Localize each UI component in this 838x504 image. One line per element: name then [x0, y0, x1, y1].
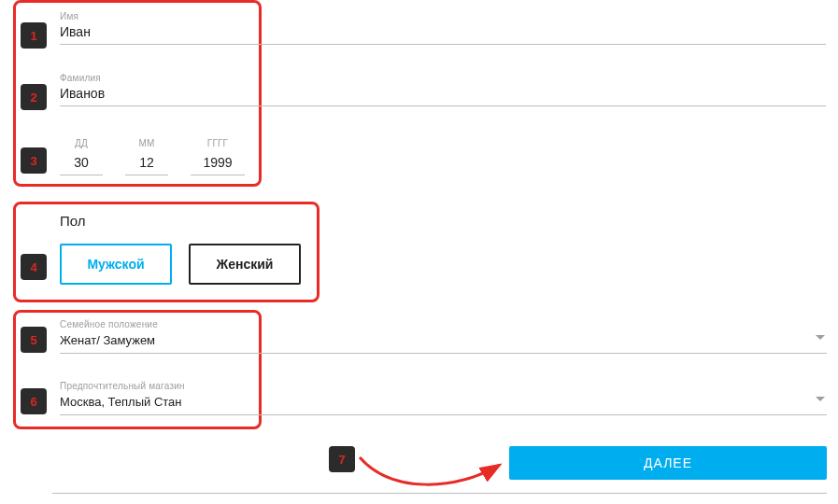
arrow-icon [355, 448, 514, 495]
marker-7-label: 7 [338, 453, 345, 467]
surname-label: Фамилия [60, 73, 826, 83]
marker-3: 3 [21, 147, 47, 174]
gender-female-button[interactable]: Женский [189, 244, 301, 285]
next-button[interactable]: ДАЛЕЕ [509, 446, 827, 480]
dob-month: ММ [125, 138, 168, 175]
marker-1-label: 1 [30, 29, 36, 43]
field-marital: Семейное положение Женат/ Замужем [60, 319, 827, 354]
store-label: Предпочтительный магазин [60, 381, 827, 391]
gender-male-label: Мужской [87, 257, 144, 272]
dob-year-label: ГГГГ [207, 138, 228, 148]
store-select[interactable]: Москва, Теплый Стан [60, 391, 827, 415]
chevron-down-icon [816, 335, 825, 340]
store-value: Москва, Теплый Стан [60, 395, 182, 409]
dob-day-input[interactable] [60, 152, 103, 175]
dob-day-label: ДД [75, 138, 88, 148]
marker-2: 2 [21, 84, 47, 110]
dob-month-input[interactable] [125, 152, 168, 175]
dob-year-input[interactable] [191, 152, 245, 175]
gender-female-label: Женский [217, 257, 274, 272]
field-surname: Фамилия [60, 73, 826, 106]
marker-3-label: 3 [30, 154, 36, 168]
name-input[interactable] [60, 21, 826, 45]
marital-label: Семейное положение [60, 319, 827, 329]
marker-1: 1 [21, 22, 47, 49]
field-gender: Пол Мужской Женский [60, 213, 301, 285]
next-button-label: ДАЛЕЕ [644, 455, 692, 470]
marker-7: 7 [329, 446, 355, 472]
gender-title: Пол [60, 213, 301, 229]
dob-year: ГГГГ [191, 138, 245, 175]
marker-2-label: 2 [30, 91, 36, 105]
marker-4-label: 4 [30, 260, 36, 274]
marker-6-label: 6 [30, 395, 36, 409]
marker-5-label: 5 [30, 333, 36, 347]
field-dob: ДД ММ ГГГГ [60, 138, 245, 175]
gender-male-button[interactable]: Мужской [60, 244, 172, 285]
marker-6: 6 [21, 388, 47, 414]
marker-5: 5 [21, 327, 47, 353]
dob-month-label: ММ [138, 138, 154, 148]
marker-4: 4 [21, 254, 47, 280]
marital-select[interactable]: Женат/ Замужем [60, 329, 827, 354]
marital-value: Женат/ Замужем [60, 333, 155, 347]
chevron-down-icon [816, 397, 825, 401]
surname-input[interactable] [60, 83, 826, 106]
field-store: Предпочтительный магазин Москва, Теплый … [60, 381, 827, 415]
name-label: Имя [60, 11, 826, 21]
dob-day: ДД [60, 138, 103, 175]
field-name: Имя [60, 11, 826, 45]
